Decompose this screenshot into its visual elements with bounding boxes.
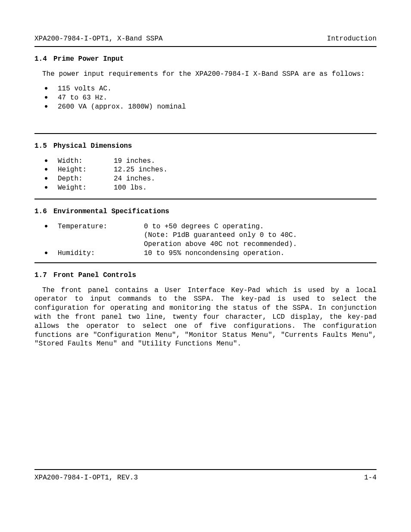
- bullet-icon: •: [34, 176, 58, 182]
- section-title: Environmental Specifications: [53, 207, 169, 216]
- footer-right: 1-4: [364, 473, 377, 482]
- header-right: Introduction: [327, 34, 377, 44]
- page-footer: XPA200-7984-I-OPT1, REV.3 1-4: [34, 469, 377, 482]
- bullet-label: Humidity:: [58, 249, 144, 258]
- bullet-icon: •: [34, 86, 58, 92]
- section-heading-1-7: 1.7 Front Panel Controls: [34, 271, 377, 280]
- bullet-text: 115 volts AC.: [58, 84, 112, 93]
- section-1-7-paragraph: The front panel contains a User Interfac…: [34, 286, 377, 349]
- bullet-icon: •: [34, 159, 58, 165]
- header-rule: [34, 46, 377, 47]
- bullet-value: 100 lbs.: [114, 184, 147, 193]
- bullet-text: 2600 VA (approx. 1800W) nominal: [58, 103, 186, 112]
- bullet-icon: •: [34, 95, 58, 101]
- section-title: Prime Power Input: [53, 55, 124, 64]
- list-item: • 2600 VA (approx. 1800W) nominal: [34, 103, 377, 112]
- section-number: 1.5: [34, 142, 53, 151]
- list-item: • Height: 12.25 inches.: [34, 165, 377, 174]
- header-left: XPA200-7984-I-OPT1, X-Band SSPA: [34, 34, 163, 44]
- bullet-value: 0 to +50 degrees C operating. (Note: P1d…: [144, 222, 297, 249]
- bullet-icon: •: [34, 104, 58, 110]
- section-1-6-bullets: • Temperature: 0 to +50 degrees C operat…: [34, 222, 377, 258]
- section-title: Physical Dimensions: [53, 142, 132, 151]
- bullet-value: 19 inches.: [114, 157, 155, 166]
- list-item: • 47 to 63 Hz.: [34, 93, 377, 103]
- section-rule: [34, 262, 377, 263]
- section-rule: [34, 133, 377, 134]
- bullet-icon: •: [34, 251, 58, 257]
- bullet-value: 24 inches.: [114, 174, 155, 184]
- bullet-label: Temperature:: [58, 222, 144, 231]
- bullet-label: Width:: [58, 157, 114, 166]
- section-1-4-intro: The power input requirements for the XPA…: [34, 70, 377, 79]
- footer-rule: [34, 469, 377, 470]
- bullet-label: Depth:: [58, 174, 114, 184]
- list-item: • Temperature: 0 to +50 degrees C operat…: [34, 222, 377, 249]
- bullet-label: Weight:: [58, 184, 114, 193]
- page-header: XPA200-7984-I-OPT1, X-Band SSPA Introduc…: [34, 34, 377, 44]
- section-number: 1.7: [34, 271, 53, 280]
- section-heading-1-6: 1.6 Environmental Specifications: [34, 207, 377, 216]
- bullet-value: 10 to 95% noncondensing operation.: [144, 249, 284, 258]
- footer-left: XPA200-7984-I-OPT1, REV.3: [34, 473, 138, 482]
- bullet-value: 12.25 inches.: [114, 165, 168, 174]
- bullet-icon: •: [34, 185, 58, 191]
- list-item: • Weight: 100 lbs.: [34, 184, 377, 193]
- section-1-4-bullets: • 115 volts AC. • 47 to 63 Hz. • 2600 VA…: [34, 84, 377, 111]
- bullet-icon: •: [34, 167, 58, 173]
- bullet-label: Height:: [58, 165, 114, 174]
- bullet-text: 47 to 63 Hz.: [58, 93, 107, 103]
- section-rule: [34, 199, 377, 199]
- section-number: 1.6: [34, 207, 53, 216]
- section-heading-1-5: 1.5 Physical Dimensions: [34, 142, 377, 151]
- section-number: 1.4: [34, 55, 53, 64]
- list-item: • Width: 19 inches.: [34, 157, 377, 166]
- list-item: • 115 volts AC.: [34, 84, 377, 93]
- section-heading-1-4: 1.4 Prime Power Input: [34, 55, 377, 64]
- section-1-5-bullets: • Width: 19 inches. • Height: 12.25 inch…: [34, 157, 377, 193]
- section-title: Front Panel Controls: [53, 271, 136, 280]
- list-item: • Humidity: 10 to 95% noncondensing oper…: [34, 249, 377, 258]
- list-item: • Depth: 24 inches.: [34, 174, 377, 184]
- bullet-icon: •: [34, 224, 58, 230]
